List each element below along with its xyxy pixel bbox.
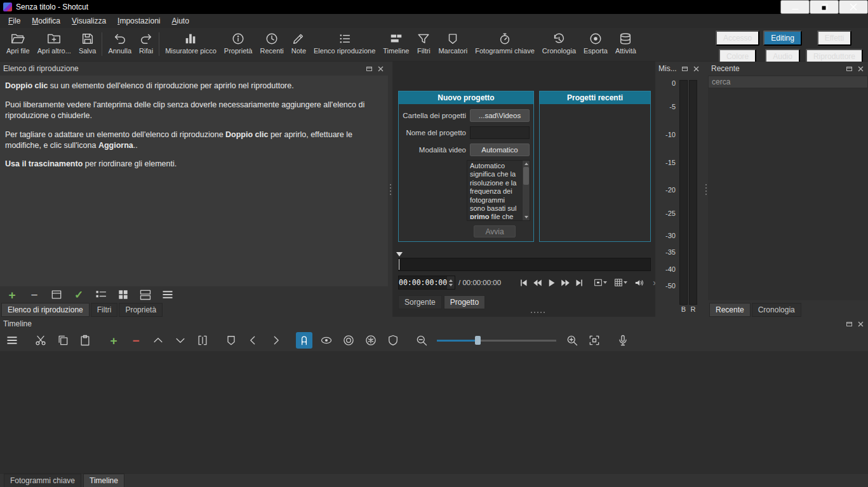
layout-accesso[interactable]: Accesso	[716, 30, 759, 46]
paste-button[interactable]	[77, 332, 93, 349]
peak-meter-button[interactable]: Misuratore picco	[161, 30, 220, 57]
projects-folder-button[interactable]: ...sad\Videos	[470, 109, 530, 122]
video-mode-button[interactable]: Automatico	[470, 143, 530, 156]
save-button[interactable]: Salva	[75, 30, 100, 57]
close-button[interactable]	[839, 0, 868, 14]
recent-files-list[interactable]	[708, 88, 868, 300]
ripple-button[interactable]	[340, 332, 357, 349]
marker-button[interactable]	[223, 332, 239, 349]
playhead-icon[interactable]	[396, 252, 403, 260]
snap-toggle-button[interactable]	[296, 332, 312, 349]
add-button[interactable]: +	[5, 288, 19, 302]
tab-recente[interactable]: Recente	[709, 303, 751, 317]
search-input[interactable]	[708, 76, 868, 88]
notes-button[interactable]: Note	[288, 30, 310, 57]
playlist-menu-button[interactable]	[161, 288, 175, 302]
tab-progetto[interactable]: Progetto	[444, 295, 485, 309]
skip-start-button[interactable]	[516, 276, 530, 289]
menu-visualizza[interactable]: Visualizza	[66, 14, 112, 28]
skip-end-button[interactable]	[572, 276, 586, 289]
markers-button[interactable]: Marcatori	[434, 30, 471, 57]
timecode-input[interactable]	[399, 276, 447, 289]
append-button[interactable]: +	[105, 332, 122, 349]
zoom-fit-player-button[interactable]	[591, 276, 609, 289]
project-name-input[interactable]	[470, 126, 530, 139]
close-panel-icon[interactable]	[692, 65, 700, 73]
zoom-out-button[interactable]	[413, 332, 430, 349]
menu-modifica[interactable]: Modifica	[26, 14, 66, 28]
player-ruler[interactable]	[398, 258, 651, 271]
close-panel-icon[interactable]	[857, 65, 865, 73]
layout-editing[interactable]: Editing	[763, 30, 802, 46]
more-controls-button[interactable]: »	[648, 276, 655, 289]
previous-marker-button[interactable]	[245, 332, 262, 349]
tab-timeline[interactable]: Timeline	[83, 474, 124, 487]
tab-elenco-riproduzione[interactable]: Elenco di riproduzione	[1, 303, 90, 317]
history-button[interactable]: Cronologia	[538, 30, 580, 57]
timeline-tracks-area[interactable]	[0, 351, 868, 473]
splitter-handle[interactable]	[704, 62, 708, 317]
copy-button[interactable]	[55, 332, 71, 349]
scrub-while-dragging-button[interactable]	[318, 332, 335, 349]
view-details-button[interactable]	[94, 288, 108, 302]
jobs-button[interactable]: Attività	[611, 30, 640, 57]
select-button[interactable]: ✓	[72, 288, 86, 302]
close-panel-icon[interactable]	[857, 320, 865, 328]
scrollbar[interactable]	[522, 161, 530, 220]
ripple-all-tracks-button[interactable]	[363, 332, 379, 349]
export-button[interactable]: Esporta	[580, 30, 611, 57]
menu-impostazioni[interactable]: Impostazioni	[112, 14, 166, 28]
recent-button[interactable]: Recenti	[256, 30, 287, 57]
splitter-handle[interactable]	[388, 62, 392, 317]
zoom-slider[interactable]	[437, 335, 556, 345]
lift-button[interactable]	[150, 332, 166, 349]
tab-proprieta[interactable]: Proprietà	[119, 303, 163, 317]
redo-button[interactable]: Rifai	[135, 30, 157, 57]
timeline-menu-button[interactable]	[4, 332, 20, 349]
tab-fotogrammi-chiave[interactable]: Fotogrammi chiave	[4, 474, 81, 487]
open-other-button[interactable]: Apri altro...	[34, 30, 75, 57]
view-icons-button[interactable]	[138, 288, 152, 302]
slider-handle[interactable]	[475, 336, 481, 345]
keyframes-button[interactable]: Fotogrammi chiave	[471, 30, 538, 57]
minimize-button[interactable]	[780, 0, 810, 14]
float-panel-icon[interactable]	[681, 65, 689, 73]
undo-button[interactable]: Annulla	[104, 30, 135, 57]
float-panel-icon[interactable]	[365, 65, 373, 73]
splitter-handle[interactable]	[531, 312, 545, 313]
overwrite-button[interactable]	[172, 332, 189, 349]
menu-file[interactable]: File	[3, 14, 26, 28]
layout-effetti[interactable]: Effetti	[817, 30, 851, 46]
properties-button[interactable]: Proprietà	[220, 30, 257, 57]
ripple-markers-button[interactable]	[385, 332, 401, 349]
ripple-delete-button[interactable]: −	[128, 332, 144, 349]
zoom-fit-button[interactable]	[586, 332, 603, 349]
spin-down-icon[interactable]	[449, 284, 453, 286]
restore-button[interactable]	[810, 0, 839, 14]
remove-button[interactable]: −	[27, 288, 41, 302]
open-file-button[interactable]: Apri file	[3, 30, 34, 57]
cut-button[interactable]	[32, 332, 49, 349]
scroll-down-icon[interactable]	[524, 216, 528, 218]
filters-button[interactable]: Filtri	[413, 30, 434, 57]
update-button[interactable]	[50, 288, 63, 302]
menu-aiuto[interactable]: Aiuto	[166, 14, 194, 28]
float-panel-icon[interactable]	[845, 65, 853, 73]
close-panel-icon[interactable]	[377, 65, 385, 73]
timeline-button[interactable]: Timeline	[379, 30, 413, 57]
zoom-in-button[interactable]	[564, 332, 580, 349]
volume-button[interactable]	[632, 276, 646, 289]
start-button[interactable]: Avvia	[474, 225, 516, 237]
timecode-spin-buttons[interactable]	[447, 276, 455, 289]
grid-button[interactable]	[611, 276, 629, 289]
playlist-button[interactable]: Elenco riproduzione	[310, 30, 379, 57]
fast-forward-button[interactable]	[558, 276, 572, 289]
play-button[interactable]	[544, 276, 558, 289]
scroll-thumb[interactable]	[523, 167, 529, 185]
rewind-button[interactable]	[530, 276, 544, 289]
view-tiles-button[interactable]	[116, 288, 130, 302]
scroll-up-icon[interactable]	[524, 163, 528, 165]
tab-cronologia[interactable]: Cronologia	[752, 303, 801, 317]
next-marker-button[interactable]	[267, 332, 284, 349]
tab-sorgente[interactable]: Sorgente	[398, 295, 442, 309]
